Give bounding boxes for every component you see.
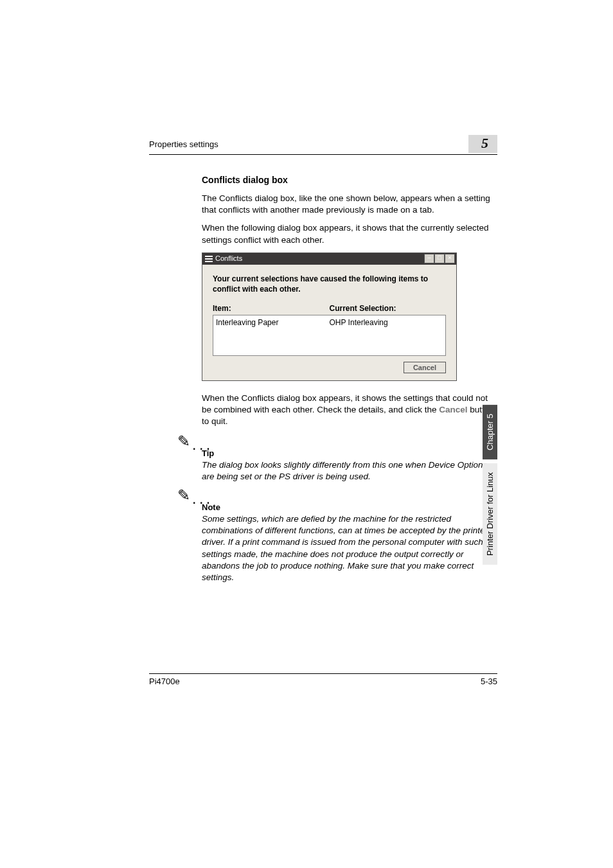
note-block: ✎ . . . Note Some settings, which are de… <box>177 488 497 583</box>
item-value: Interleaving Paper <box>216 317 330 328</box>
close-icon[interactable]: × <box>445 254 455 263</box>
section-title: Properties settings <box>149 139 218 149</box>
footer-left: Pi4700e <box>149 677 180 686</box>
paragraph-2: When the following dialog box appears, i… <box>202 222 497 245</box>
note-text: Some settings, which are defied by the m… <box>202 513 497 583</box>
tip-text: The dialog box looks slightly differentl… <box>202 459 497 483</box>
chapter-tab: Chapter 5 <box>483 405 497 459</box>
note-label: Note <box>202 502 497 513</box>
cancel-word: Cancel <box>439 405 467 414</box>
heading: Conflicts dialog box <box>202 174 497 186</box>
pencil-icon: ✎ <box>177 488 190 503</box>
dialog-message: Your current selections have caused the … <box>213 274 446 294</box>
paragraph-3: When the Conflicts dialog box appears, i… <box>202 393 497 428</box>
dialog-titlebar: Conflicts – □ × <box>202 253 456 265</box>
dialog-title: Conflicts <box>215 254 242 263</box>
cancel-button[interactable]: Cancel <box>404 362 446 373</box>
tip-label: Tip <box>202 448 497 459</box>
conflict-list: Interleaving Paper OHP Interleaving <box>213 315 446 355</box>
selection-value: OHP Interleaving <box>330 317 443 328</box>
conflicts-dialog: Conflicts – □ × Your current selections … <box>202 252 457 381</box>
window-menu-icon[interactable] <box>205 256 213 262</box>
minimize-icon[interactable]: – <box>424 254 434 263</box>
maximize-icon[interactable]: □ <box>434 254 445 263</box>
paragraph-1: The Conflicts dialog box, like the one s… <box>202 193 497 216</box>
selection-header: Current Selection: <box>330 303 447 314</box>
tip-block: ✎ . . . Tip The dialog box looks slightl… <box>177 434 497 483</box>
chapter-number-box: 5 <box>468 135 497 153</box>
footer-right: 5-35 <box>481 677 497 686</box>
pencil-icon: ✎ <box>177 434 190 449</box>
item-header: Item: <box>213 303 330 314</box>
driver-tab: Printer Driver for Linux <box>483 463 497 565</box>
